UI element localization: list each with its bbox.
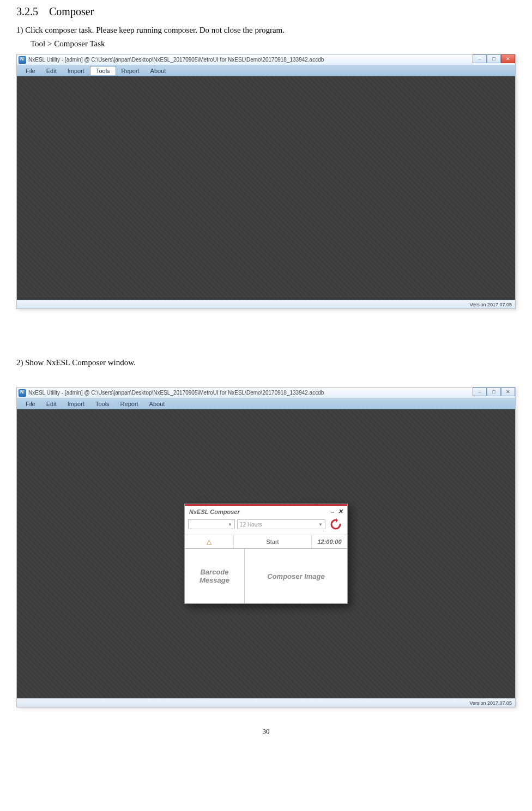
- maximize-button[interactable]: □: [487, 388, 501, 396]
- workspace-area-2: NxESL Composer – ✕ ▼ 12 Hours ▼: [17, 409, 515, 698]
- composer-barcode-label: Barcode Message: [185, 568, 244, 584]
- menu-import[interactable]: Import: [62, 400, 90, 408]
- composer-title: NxESL Composer: [189, 509, 240, 515]
- menu-tools-label: Tools: [96, 68, 110, 74]
- menu-report[interactable]: Report: [115, 400, 144, 408]
- step1-line: 1) Click composer task. Please keep runn…: [16, 26, 516, 35]
- window-controls-2: – □ ✕: [473, 388, 515, 396]
- composer-image-panel: Composer Image: [245, 549, 347, 603]
- window-controls: – □ ✕: [473, 55, 515, 63]
- composer-barcode-panel: Barcode Message: [185, 549, 245, 603]
- composer-timer: 12:00:00: [311, 535, 347, 548]
- composer-image-label: Composer Image: [267, 572, 324, 580]
- section-number: 3.2.5: [16, 5, 38, 17]
- step2-line: 2) Show NxESL Composer window.: [16, 358, 516, 367]
- composer-dialog: NxESL Composer – ✕ ▼ 12 Hours ▼: [184, 504, 348, 604]
- screenshot-1: NxESL Utility - [admin] @ C:\Users\janpa…: [16, 54, 516, 309]
- minimize-button[interactable]: –: [473, 388, 487, 396]
- menu-import[interactable]: Import: [62, 66, 90, 75]
- composer-hours-label: 12 Hours: [240, 522, 262, 528]
- step1-num: 1): [16, 26, 23, 34]
- warning-icon: △: [185, 535, 234, 548]
- maximize-button[interactable]: □: [487, 55, 501, 63]
- menu-bar: File Edit Import Tools Composer Task Tem…: [17, 65, 515, 76]
- window-title: NxESL Utility - [admin] @ C:\Users\janpa…: [28, 57, 324, 63]
- composer-start-button[interactable]: Start: [234, 535, 311, 548]
- step2-text: Show NxESL Composer window.: [25, 358, 136, 367]
- refresh-icon[interactable]: [328, 516, 344, 532]
- chevron-down-icon: ▼: [318, 522, 323, 527]
- window-title-2: NxESL Utility - [admin] @ C:\Users\janpa…: [28, 390, 324, 396]
- workspace-area: [17, 76, 515, 300]
- version-label-2: Version 2017.07.05: [469, 700, 512, 706]
- close-button[interactable]: ✕: [501, 388, 515, 396]
- menu-edit[interactable]: Edit: [41, 66, 62, 75]
- screenshot-2: NxESL Utility - [admin] @ C:\Users\janpa…: [16, 387, 516, 707]
- composer-select-1[interactable]: ▼: [188, 519, 235, 529]
- window-title-bar-2: NxESL Utility - [admin] @ C:\Users\janpa…: [17, 388, 515, 398]
- app-icon: [19, 56, 26, 64]
- status-bar: Version 2017.07.05: [17, 300, 515, 308]
- menu-edit[interactable]: Edit: [41, 400, 62, 408]
- menu-report[interactable]: Report: [116, 66, 145, 75]
- menu-file[interactable]: File: [20, 400, 41, 408]
- menu-about[interactable]: About: [145, 66, 172, 75]
- page-number: 30: [16, 727, 516, 736]
- menu-bar-2: File Edit Import Tools Report About: [17, 398, 515, 409]
- app-icon: [19, 389, 26, 397]
- section-heading: 3.2.5 Composer: [16, 5, 516, 18]
- step2-num: 2): [16, 358, 23, 367]
- menu-about[interactable]: About: [144, 400, 171, 408]
- minimize-button[interactable]: –: [473, 55, 487, 63]
- menu-tools[interactable]: Tools: [90, 400, 115, 408]
- composer-hours-select[interactable]: 12 Hours ▼: [237, 519, 325, 529]
- composer-minimize[interactable]: –: [329, 509, 336, 515]
- menu-tools[interactable]: Tools Composer Task Template Designer: [90, 66, 116, 75]
- version-label: Version 2017.07.05: [469, 302, 512, 307]
- window-title-bar: NxESL Utility - [admin] @ C:\Users\janpa…: [17, 55, 515, 65]
- chevron-down-icon: ▼: [228, 522, 232, 527]
- step1-text: Click composer task. Please keep running…: [25, 26, 285, 34]
- step1-path: Tool > Composer Task: [16, 39, 516, 49]
- close-button[interactable]: ✕: [501, 55, 515, 63]
- composer-close[interactable]: ✕: [336, 508, 344, 515]
- status-bar-2: Version 2017.07.05: [17, 698, 515, 707]
- composer-title-bar: NxESL Composer – ✕: [185, 506, 347, 516]
- menu-file[interactable]: File: [20, 66, 41, 75]
- section-title: Composer: [49, 5, 94, 17]
